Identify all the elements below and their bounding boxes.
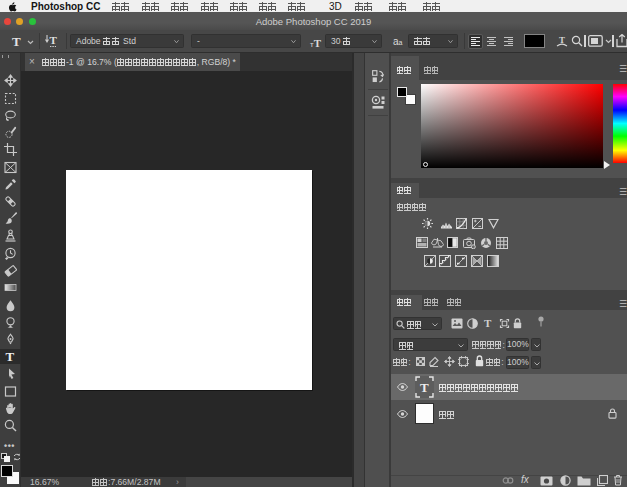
svg-text:T: T <box>559 35 565 45</box>
svg-text:T: T <box>50 34 58 46</box>
svg-text:T: T <box>420 380 429 395</box>
